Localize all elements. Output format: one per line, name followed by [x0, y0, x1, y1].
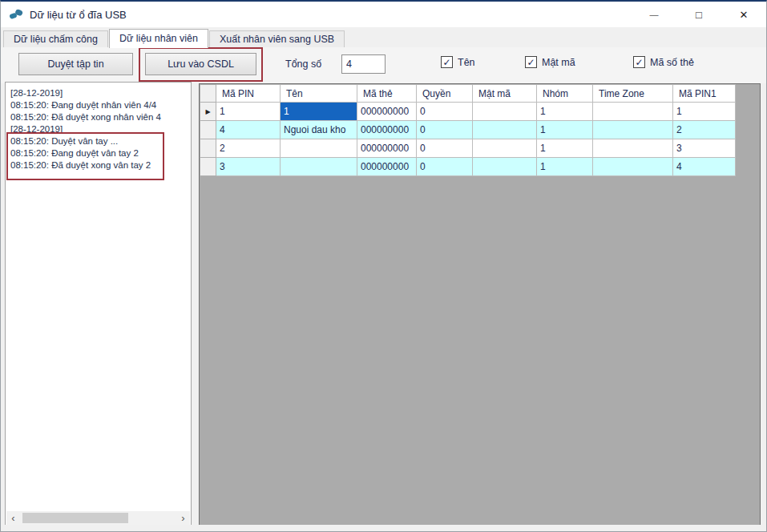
selected-cell[interactable]: 1 [281, 103, 357, 121]
cell[interactable]: 3 [673, 139, 736, 158]
table-row: 2 000000000 0 1 3 [200, 139, 736, 158]
cell[interactable]: 0 [417, 158, 473, 176]
cell[interactable]: 1 [537, 121, 593, 139]
cell[interactable]: 1 [537, 103, 593, 121]
minimize-button[interactable]: — [632, 2, 676, 27]
cell[interactable]: 1 [537, 158, 593, 176]
table-row: 4 Nguoi dau kho 000000000 0 1 2 [200, 121, 736, 139]
log-lines: [28-12-2019] 08:15:20: Đang duyệt nhân v… [6, 83, 191, 171]
col-header-ma-pin[interactable]: Mã PIN [216, 85, 281, 103]
cell[interactable] [593, 158, 673, 176]
log-line: 08:15:20: Đang duyệt vân tay 2 [10, 147, 188, 159]
log-line: 08:15:20: Đã duyệt xong nhân viên 4 [10, 111, 188, 123]
cell[interactable]: 000000000 [357, 158, 417, 176]
cell[interactable] [473, 121, 537, 139]
log-line: 08:15:20: Duyệt vân tay ... [10, 135, 188, 147]
window-title: Dữ liệu từ ổ đĩa USB [30, 9, 127, 21]
cell[interactable]: 2 [673, 121, 736, 139]
checkbox-password-label: Mật mã [542, 57, 575, 68]
log-line: [28-12-2019] [10, 123, 188, 135]
browse-file-button[interactable]: Duyệt tập tin [18, 53, 133, 75]
cell[interactable]: 000000000 [357, 103, 417, 121]
close-button[interactable]: ✕ [721, 2, 766, 27]
checkbox-card-number[interactable]: ✓ Mã số thẻ [633, 56, 694, 68]
tab-export-to-usb[interactable]: Xuất nhân viên sang USB [209, 30, 345, 48]
checkbox-card-number-label: Mã số thẻ [650, 57, 694, 68]
row-header[interactable] [200, 158, 216, 176]
col-header-mat-ma[interactable]: Mật mã [473, 85, 537, 103]
col-header-ten[interactable]: Tên [281, 85, 357, 103]
checkmark-icon: ✓ [525, 56, 537, 68]
tab-strip: Dữ liệu chấm công Dữ liệu nhân viên Xuất… [1, 29, 766, 48]
cell[interactable] [473, 103, 537, 121]
save-to-db-button[interactable]: Lưu vào CSDL [145, 53, 256, 75]
scrollbar-thumb[interactable] [22, 513, 128, 523]
cell[interactable]: 0 [417, 139, 473, 158]
cell[interactable]: 1 [537, 139, 593, 158]
cell[interactable]: 0 [417, 103, 473, 121]
cell[interactable] [473, 158, 537, 176]
row-header[interactable] [200, 139, 216, 158]
cell[interactable]: 000000000 [357, 121, 417, 139]
cell[interactable] [593, 103, 673, 121]
window-bottom-strip [1, 525, 766, 531]
cell[interactable]: 1 [216, 103, 281, 121]
cell[interactable]: 3 [216, 158, 281, 176]
log-line: 08:15:20: Đang duyệt nhân viên 4/4 [10, 99, 188, 111]
checkbox-name[interactable]: ✓ Tên [441, 56, 501, 68]
app-icon [9, 8, 23, 21]
checkmark-icon: ✓ [633, 56, 645, 68]
col-header-ma-the[interactable]: Mã thẻ [357, 85, 417, 103]
maximize-button[interactable]: □ [676, 2, 721, 27]
total-count-input[interactable] [341, 54, 386, 74]
row-header-corner [200, 85, 216, 103]
total-label: Tổng số [285, 58, 321, 70]
log-line: 08:15:20: Đã duyệt xong vân tay 2 [10, 159, 188, 171]
col-header-quyen[interactable]: Quyền [417, 85, 473, 103]
log-horizontal-scrollbar[interactable]: ‹ › [6, 511, 190, 525]
log-panel[interactable]: [28-12-2019] 08:15:20: Đang duyệt nhân v… [5, 82, 192, 526]
app-window: Dữ liệu từ ổ đĩa USB — □ ✕ Dữ liệu chấm … [0, 0, 767, 532]
log-line: [28-12-2019] [10, 87, 188, 99]
col-header-ma-pin1[interactable]: Mã PIN1 [673, 85, 736, 103]
toolbar: Duyệt tập tin Lưu vào CSDL Tổng số ✓ Tên… [1, 47, 766, 83]
cell[interactable] [281, 158, 357, 176]
cell[interactable] [593, 121, 673, 139]
table-row: 3 000000000 0 1 4 [200, 158, 736, 176]
cell[interactable]: Nguoi dau kho [281, 121, 357, 139]
scroll-left-icon[interactable]: ‹ [6, 511, 20, 525]
cell[interactable]: 1 [673, 103, 736, 121]
checkbox-name-label: Tên [458, 57, 475, 68]
tab-employee-data[interactable]: Dữ liệu nhân viên [109, 29, 208, 48]
col-header-time-zone[interactable]: Time Zone [593, 85, 673, 103]
cell[interactable] [281, 139, 357, 158]
checkbox-password[interactable]: ✓ Mật mã [525, 56, 609, 68]
employee-grid-panel: Mã PIN Tên Mã thẻ Quyền Mật mã Nhóm Time… [199, 83, 761, 527]
checkmark-icon: ✓ [441, 56, 453, 68]
row-header[interactable] [200, 121, 216, 139]
cell[interactable]: 4 [673, 158, 736, 176]
tab-attendance-data[interactable]: Dữ liệu chấm công [3, 30, 108, 48]
cell[interactable]: 000000000 [357, 139, 417, 158]
cell[interactable]: 4 [216, 121, 281, 139]
current-row-marker-icon[interactable]: ▶ [200, 103, 216, 121]
cell[interactable]: 0 [417, 121, 473, 139]
table-header-row: Mã PIN Tên Mã thẻ Quyền Mật mã Nhóm Time… [200, 85, 736, 103]
table-row: ▶ 1 1 000000000 0 1 1 [200, 103, 736, 121]
cell[interactable]: 2 [216, 139, 281, 158]
title-bar: Dữ liệu từ ổ đĩa USB — □ ✕ [1, 2, 766, 27]
employee-table: Mã PIN Tên Mã thẻ Quyền Mật mã Nhóm Time… [200, 84, 736, 176]
scroll-right-icon[interactable]: › [176, 511, 190, 525]
col-header-nhom[interactable]: Nhóm [537, 85, 593, 103]
cell[interactable] [473, 139, 537, 158]
cell[interactable] [593, 139, 673, 158]
